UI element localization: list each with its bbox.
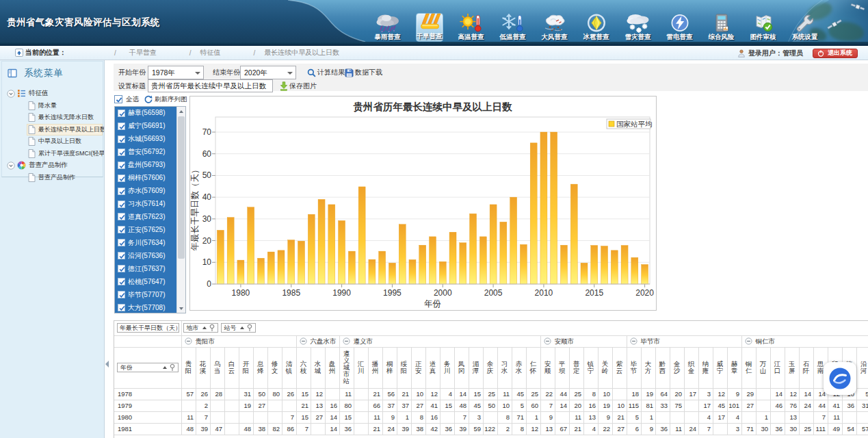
select-all-checkbox[interactable] [114,95,122,103]
station-column-header[interactable]: 紫云 [612,347,627,388]
station-item[interactable]: 赤水(57609) [115,185,176,198]
station-column-header[interactable]: 沿河 [856,347,868,388]
station-column-header[interactable]: 绥阳 [397,347,411,388]
group-collapse-icon[interactable] [343,337,350,345]
station-column-header[interactable]: 息烽 [253,347,267,388]
station-column-header[interactable]: 万山 [756,347,770,388]
station-column-header[interactable]: 金沙 [670,347,684,388]
start-year-select[interactable]: 1978年 [148,66,204,79]
station-column-header[interactable]: 普定 [569,347,583,388]
station-checkbox[interactable] [118,175,125,182]
station-column-header[interactable]: 务川 [440,347,454,388]
nav-item-mapreview[interactable]: 图件审核 [742,13,784,42]
station-column-header[interactable]: 修文 [267,347,282,388]
station-checkbox[interactable] [118,188,125,195]
station-column-header[interactable]: 关岭 [598,347,612,388]
station-item[interactable]: 盘州(56793) [115,159,176,172]
station-column-header[interactable]: 汇川 [354,347,368,388]
station-column-header[interactable]: 织金 [684,347,698,388]
station-checkbox[interactable] [118,304,125,311]
station-column-header[interactable]: 遵义城市站 [339,347,354,388]
station-column-header[interactable]: 余庆 [483,347,497,388]
column-field-chip-站号[interactable]: 站号 [221,323,256,333]
station-checkbox[interactable] [118,136,125,143]
group-collapse-icon[interactable] [544,337,551,345]
station-column-header[interactable]: 盘州 [325,347,339,388]
filter-pin-icon[interactable] [247,324,252,332]
station-column-header[interactable]: 镇宁 [583,347,598,388]
station-column-header[interactable]: 威宁 [713,347,727,388]
column-field-chip-地市[interactable]: 地市 [183,323,218,333]
station-column-header[interactable]: 湄潭 [469,347,483,388]
station-column-header[interactable]: 开阳 [239,347,253,388]
tree-group-特征值[interactable]: 特征值 [2,88,103,100]
station-column-header[interactable]: 铜仁 [741,347,756,388]
station-column-header[interactable]: 大方 [641,347,655,388]
station-column-header[interactable]: 赤水 [512,347,526,388]
nav-item-rainstorm[interactable]: 暴雨普查 [367,13,408,42]
station-checkbox[interactable] [118,278,125,285]
station-column-header[interactable]: 白云 [224,347,239,388]
tree-item-最长连续中旱及以上日数[interactable]: 最长连续中旱及以上日数 [27,124,103,136]
station-item[interactable]: 毕节(57707) [115,288,176,301]
station-column-header[interactable]: 平坝 [555,347,569,388]
tree-group-普查产品制作[interactable]: 普查产品制作 [2,159,103,172]
station-column-header[interactable]: 黔西 [655,347,670,388]
row-header-year[interactable]: 1978 [114,388,181,400]
group-collapse-icon[interactable] [300,337,307,345]
row-header-year[interactable]: 1981 [114,423,181,435]
station-item[interactable]: 松桃(57647) [115,275,176,288]
station-column-header[interactable]: 纳雍 [698,347,713,388]
station-item[interactable]: 水城(56693) [115,133,176,146]
nav-item-lightning[interactable]: 雷电普查 [659,13,700,42]
station-column-header[interactable]: 习水 [497,347,512,388]
refresh-chart-button[interactable]: 刷新序列图 [144,95,187,104]
tree-item-最长连续无降水日数[interactable]: 最长连续无降水日数 [27,112,103,124]
calc-result-button[interactable]: 计算结果 [307,66,345,79]
nav-item-lowtemp[interactable]: 低温普查 [492,13,534,42]
station-column-header[interactable]: 六枝 [296,347,311,388]
sidebar-collapse-arrow[interactable] [105,361,109,368]
scroll-down-icon[interactable] [177,304,185,313]
station-item[interactable]: 赫章(56598) [115,107,176,120]
station-item[interactable]: 正安(57625) [115,223,176,236]
group-collapse-icon[interactable] [185,337,192,345]
row-header-year[interactable]: 1980 [114,411,181,423]
nav-item-snow[interactable]: 雪灾普查 [617,13,659,42]
data-field-chip[interactable]: 年最长干旱日数（天） [117,323,179,333]
tree-item-普查产品制作[interactable]: 普查产品制作 [27,172,103,184]
nav-item-risk[interactable]: 综合风险 [700,13,742,42]
breadcrumb-item[interactable]: 最长连续中旱及以上日数 [264,48,339,57]
row-header-year[interactable]: 1979 [114,400,181,411]
station-column-header[interactable]: 正安 [411,347,425,388]
station-checkbox[interactable] [118,201,125,208]
save-image-button[interactable]: 保存图片 [280,79,317,92]
station-item[interactable]: 道真(57623) [115,211,176,224]
tree-collapse-icon[interactable] [7,162,15,170]
filter-pin-icon[interactable] [209,324,215,332]
breadcrumb-item[interactable]: 干旱普查 [129,48,157,57]
station-checkbox[interactable] [118,110,125,117]
nav-item-drought[interactable]: 干旱普查 [408,13,450,42]
tree-collapse-icon[interactable] [7,90,15,98]
station-checkbox[interactable] [118,265,125,272]
station-column-header[interactable]: 道真 [425,347,440,388]
station-column-header[interactable]: 播州 [368,347,382,388]
logout-button[interactable]: 退出系统 [813,49,858,58]
station-column-header[interactable]: 凤冈 [454,347,469,388]
station-item[interactable]: 德江(57637) [115,262,176,275]
station-column-header[interactable]: 赫章 [727,347,741,388]
station-column-header[interactable]: 花溪 [196,347,210,388]
station-item[interactable]: 大方(57708) [115,301,176,313]
nav-item-hail[interactable]: 冰雹普查 [575,13,617,42]
data-download-button[interactable]: 数据下载 [345,66,382,79]
station-column-header[interactable]: 清镇 [282,347,296,388]
row-field-chip[interactable]: 年份 [117,363,179,372]
station-checkbox[interactable] [118,213,125,220]
station-column-header[interactable]: 乌当 [210,347,224,388]
tree-item-中旱及以上日数[interactable]: 中旱及以上日数 [27,136,103,148]
station-column-header[interactable]: 玉屏 [785,347,799,388]
station-column-header[interactable]: 桐梓 [382,347,397,388]
scroll-up-icon[interactable] [177,107,185,116]
station-column-header[interactable]: 仁怀 [526,347,540,388]
